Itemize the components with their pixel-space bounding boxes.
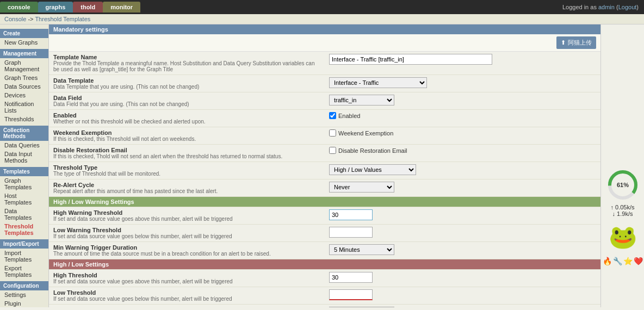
heart-icon: ❤️	[634, 257, 643, 265]
main-layout: Create New Graphs Management Graph Manag…	[0, 24, 644, 307]
re-alert-cycle-desc: Repeat alert after this amount of time h…	[53, 188, 320, 194]
sidebar-item-threshold-templates[interactable]: Threshold Templates	[0, 222, 48, 237]
sidebar-section-templates: Templates	[0, 167, 48, 176]
data-template-desc: Data Template that you are using. (This …	[53, 84, 320, 90]
sidebar-item-graph-templates[interactable]: Graph Templates	[0, 176, 48, 191]
template-name-desc: Provide the Thold Template a meaningful …	[53, 60, 320, 72]
template-name-input[interactable]	[329, 54, 492, 65]
sidebar-item-plugin-management[interactable]: Plugin Management	[0, 299, 48, 307]
star-icon: ⭐	[623, 257, 633, 265]
sidebar-item-data-templates[interactable]: Data Templates	[0, 207, 48, 222]
sidebar-item-thresholds[interactable]: Thresholds	[0, 115, 48, 123]
sidebar-item-devices[interactable]: Devices	[0, 91, 48, 100]
sidebar-section-collection-methods: Collection Methods	[0, 126, 48, 141]
template-name-label: Template Name	[53, 54, 320, 60]
weekend-exemption-check-text: Weekend Exemption	[338, 130, 393, 137]
low-warning-threshold-desc: If set and data source value goes below …	[53, 233, 320, 239]
data-template-select[interactable]: Interface - Traffic	[329, 77, 427, 88]
sidebar-item-new-graphs[interactable]: New Graphs	[0, 38, 48, 47]
low-threshold-input[interactable]	[329, 289, 373, 300]
template-name-row: Template Name Provide the Thold Template…	[49, 52, 600, 75]
sidebar-item-notification-lists[interactable]: Notification Lists	[0, 100, 48, 115]
weekend-exemption-label-cell: Weekend Exemption If this is checked, th…	[49, 127, 325, 145]
min-warn-trigger-select[interactable]: 5 Minutes	[329, 244, 394, 255]
sidebar-item-export-templates[interactable]: Export Templates	[0, 264, 48, 279]
logout-link[interactable]: Logout	[618, 4, 637, 10]
low-warning-threshold-value-cell	[325, 225, 600, 242]
sidebar-item-graph-trees[interactable]: Graph Trees	[0, 73, 48, 82]
threshold-type-desc: The type of Threshold that will be monit…	[53, 171, 320, 177]
threshold-type-label: Threshold Type	[53, 164, 320, 171]
sidebar-item-import-templates[interactable]: Import Templates	[0, 249, 48, 264]
min-warn-trigger-desc: The amount of time the data source must …	[53, 251, 320, 257]
high-threshold-value-cell	[325, 270, 600, 287]
low-threshold-value-cell	[325, 287, 600, 305]
tab-thold[interactable]: thold	[73, 2, 103, 13]
enabled-desc: Whether or not this threshold will be ch…	[53, 119, 320, 125]
data-field-select[interactable]: traffic_in	[329, 95, 394, 106]
low-threshold-desc: If set and data source value goes below …	[53, 296, 320, 302]
threshold-type-value-cell: High / Low Values	[325, 162, 600, 179]
re-alert-cycle-select[interactable]: Never	[329, 182, 394, 193]
sidebar-section-import-export: Import/Export	[0, 239, 48, 249]
sidebar-item-graph-management[interactable]: Graph Management	[0, 58, 48, 73]
weekend-exemption-row: Weekend Exemption If this is checked, th…	[49, 127, 600, 145]
min-warn-trigger-value-cell: 5 Minutes	[325, 242, 600, 259]
tab-console[interactable]: console	[0, 2, 38, 13]
enabled-value-cell: Enabled	[325, 110, 600, 127]
data-field-desc: Data Field that you are using. (This can…	[53, 101, 320, 107]
data-field-label: Data Field	[53, 95, 320, 101]
weekend-exemption-checkbox[interactable]	[329, 129, 336, 137]
low-warning-threshold-input[interactable]	[329, 227, 373, 238]
min-warn-trigger-label-cell: Min Warning Trigger Duration The amount …	[49, 242, 325, 259]
disable-restoration-desc: If this is checked, Thold will not send …	[53, 153, 320, 159]
high-threshold-row: High Threshold If set and data source va…	[49, 270, 600, 287]
weekend-exemption-value-cell: Weekend Exemption	[325, 127, 600, 145]
breadcrumb: Console -> Threshold Templates	[0, 14, 644, 24]
low-warning-threshold-row: Low Warning Threshold If set and data so…	[49, 225, 600, 242]
fire-icon: 🔥	[603, 257, 612, 265]
breadcrumb-console[interactable]: Console	[4, 16, 26, 22]
sidebar-section-create: Create	[0, 29, 48, 38]
high-warning-threshold-input[interactable]	[329, 209, 373, 220]
breadcrumb-threshold-templates[interactable]: Threshold Templates	[35, 16, 90, 22]
data-template-label: Data Template	[53, 77, 320, 84]
speed-up: ↑ 0.05k/s	[610, 204, 634, 210]
sidebar-item-data-queries[interactable]: Data Queries	[0, 141, 48, 150]
gauge-widget: 61%	[608, 170, 637, 200]
data-field-value-cell: traffic_in	[325, 92, 600, 110]
min-trigger-select[interactable]: 5 Minutes	[329, 307, 394, 307]
disable-restoration-checkbox-label: Disable Restoration Email	[329, 147, 596, 154]
sidebar-item-data-input-methods[interactable]: Data Input Methods	[0, 150, 48, 165]
speed-display: ↑ 0.05k/s ↓ 1.9k/s	[610, 204, 634, 217]
upload-icon: ⬆	[561, 39, 566, 46]
min-warn-trigger-row: Min Warning Trigger Duration The amount …	[49, 242, 600, 259]
high-low-warning-section-header: High / Low Warning Settings	[49, 197, 600, 207]
disable-restoration-label-cell: Disable Restoration Email If this is che…	[49, 145, 325, 162]
re-alert-cycle-label: Re-Alert Cycle	[53, 182, 320, 188]
disable-restoration-checkbox[interactable]	[329, 147, 336, 154]
template-name-label-cell: Template Name Provide the Thold Template…	[49, 52, 325, 75]
weekend-exemption-checkbox-label: Weekend Exemption	[329, 129, 596, 137]
high-threshold-input[interactable]	[329, 272, 373, 283]
sidebar-item-host-templates[interactable]: Host Templates	[0, 191, 48, 207]
data-template-value-cell: Interface - Traffic	[325, 75, 600, 92]
threshold-type-label-cell: Threshold Type The type of Threshold tha…	[49, 162, 325, 179]
data-template-row: Data Template Data Template that you are…	[49, 75, 600, 92]
threshold-type-select[interactable]: High / Low Values	[329, 164, 416, 175]
sidebar-section-configuration: Configuration	[0, 281, 48, 290]
sidebar-item-data-sources[interactable]: Data Sources	[0, 82, 48, 91]
sidebar-item-settings[interactable]: Settings	[0, 290, 48, 299]
top-navigation: console graphs thold monitor Logged in a…	[0, 0, 644, 14]
upload-button[interactable]: ⬆ 阿猫上传	[556, 36, 596, 49]
sidebar-section-management: Management	[0, 49, 48, 58]
username-link[interactable]: admin	[598, 4, 615, 10]
enabled-checkbox[interactable]	[329, 112, 336, 119]
min-trigger-row: Min Trigger Duration The amount of time …	[49, 305, 600, 308]
low-threshold-label-cell: Low Threshold If set and data source val…	[49, 287, 325, 305]
tab-monitor[interactable]: monitor	[103, 2, 140, 13]
gauge-svg: 61%	[608, 170, 637, 200]
min-trigger-value-cell: 5 Minutes	[325, 305, 600, 308]
high-low-warning-header-row: High / Low Warning Settings	[49, 197, 600, 207]
tab-graphs[interactable]: graphs	[38, 2, 73, 13]
